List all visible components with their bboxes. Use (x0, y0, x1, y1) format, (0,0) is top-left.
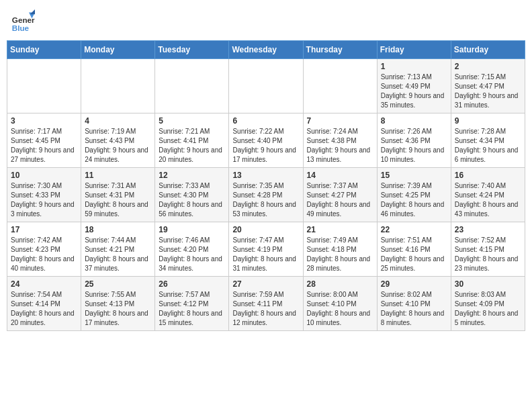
day-info: Sunrise: 7:47 AMSunset: 4:19 PMDaylight:… (232, 236, 299, 273)
day-info: Sunrise: 7:59 AMSunset: 4:11 PMDaylight:… (232, 290, 299, 328)
day-info: Sunrise: 8:00 AMSunset: 4:10 PMDaylight:… (307, 290, 373, 328)
calendar-cell: 19Sunrise: 7:46 AMSunset: 4:20 PMDayligh… (155, 222, 229, 277)
calendar-cell: 8Sunrise: 7:26 AMSunset: 4:36 PMDaylight… (377, 113, 451, 168)
calendar-cell: 21Sunrise: 7:49 AMSunset: 4:18 PMDayligh… (303, 222, 377, 277)
header-friday: Friday (377, 41, 451, 59)
calendar-cell: 17Sunrise: 7:42 AMSunset: 4:23 PMDayligh… (7, 222, 81, 277)
calendar-table: Sunday Monday Tuesday Wednesday Thursday… (7, 40, 525, 331)
day-number: 18 (85, 225, 151, 234)
day-number: 11 (85, 171, 151, 180)
day-info: Sunrise: 8:02 AMSunset: 4:10 PMDaylight:… (381, 290, 447, 328)
day-number: 27 (232, 279, 299, 289)
day-info: Sunrise: 7:26 AMSunset: 4:36 PMDaylight:… (381, 127, 447, 165)
day-info: Sunrise: 7:24 AMSunset: 4:38 PMDaylight:… (307, 127, 373, 165)
day-number: 20 (232, 225, 299, 234)
day-number: 6 (232, 116, 299, 126)
header-saturday: Saturday (451, 41, 525, 59)
day-number: 15 (381, 171, 447, 180)
day-info: Sunrise: 7:28 AMSunset: 4:34 PMDaylight:… (455, 127, 521, 165)
day-number: 10 (11, 171, 77, 180)
calendar-cell: 25Sunrise: 7:55 AMSunset: 4:13 PMDayligh… (81, 277, 155, 331)
page-header: General Blue (7, 7, 525, 36)
calendar-cell: 3Sunrise: 7:17 AMSunset: 4:45 PMDaylight… (7, 113, 81, 168)
day-info: Sunrise: 7:35 AMSunset: 4:28 PMDaylight:… (232, 181, 299, 219)
calendar-cell: 22Sunrise: 7:51 AMSunset: 4:16 PMDayligh… (377, 222, 451, 277)
day-info: Sunrise: 7:15 AMSunset: 4:47 PMDaylight:… (455, 73, 521, 110)
day-info: Sunrise: 7:22 AMSunset: 4:40 PMDaylight:… (232, 127, 299, 165)
day-info: Sunrise: 7:42 AMSunset: 4:23 PMDaylight:… (11, 236, 77, 273)
calendar-cell: 9Sunrise: 7:28 AMSunset: 4:34 PMDaylight… (451, 113, 525, 168)
day-info: Sunrise: 7:31 AMSunset: 4:31 PMDaylight:… (85, 181, 151, 219)
day-number: 13 (232, 171, 299, 180)
calendar-cell: 14Sunrise: 7:37 AMSunset: 4:27 PMDayligh… (303, 168, 377, 222)
calendar-cell: 11Sunrise: 7:31 AMSunset: 4:31 PMDayligh… (81, 168, 155, 222)
calendar-cell (229, 59, 303, 113)
day-info: Sunrise: 7:52 AMSunset: 4:15 PMDaylight:… (455, 236, 521, 273)
calendar-cell (303, 59, 377, 113)
day-number: 3 (11, 116, 77, 126)
day-number: 5 (159, 116, 225, 126)
calendar-cell: 23Sunrise: 7:52 AMSunset: 4:15 PMDayligh… (451, 222, 525, 277)
calendar-cell: 4Sunrise: 7:19 AMSunset: 4:43 PMDaylight… (81, 113, 155, 168)
day-info: Sunrise: 7:21 AMSunset: 4:41 PMDaylight:… (159, 127, 225, 165)
day-info: Sunrise: 7:55 AMSunset: 4:13 PMDaylight:… (85, 290, 151, 328)
calendar-week-5: 24Sunrise: 7:54 AMSunset: 4:14 PMDayligh… (7, 277, 525, 331)
day-info: Sunrise: 7:57 AMSunset: 4:12 PMDaylight:… (159, 290, 225, 328)
calendar-week-3: 10Sunrise: 7:30 AMSunset: 4:33 PMDayligh… (7, 168, 525, 222)
logo: General Blue (11, 9, 38, 34)
day-number: 17 (11, 225, 77, 234)
header-sunday: Sunday (7, 41, 81, 59)
calendar-week-4: 17Sunrise: 7:42 AMSunset: 4:23 PMDayligh… (7, 222, 525, 277)
day-number: 1 (381, 62, 447, 71)
day-info: Sunrise: 7:51 AMSunset: 4:16 PMDaylight:… (381, 236, 447, 273)
day-number: 9 (455, 116, 521, 126)
calendar-cell: 18Sunrise: 7:44 AMSunset: 4:21 PMDayligh… (81, 222, 155, 277)
calendar-cell: 13Sunrise: 7:35 AMSunset: 4:28 PMDayligh… (229, 168, 303, 222)
day-info: Sunrise: 7:33 AMSunset: 4:30 PMDaylight:… (159, 181, 225, 219)
day-number: 12 (159, 171, 225, 180)
calendar-cell (81, 59, 155, 113)
calendar-week-1: 1Sunrise: 7:13 AMSunset: 4:49 PMDaylight… (7, 59, 525, 113)
day-number: 23 (455, 225, 521, 234)
header-row: Sunday Monday Tuesday Wednesday Thursday… (7, 41, 525, 59)
calendar-cell: 24Sunrise: 7:54 AMSunset: 4:14 PMDayligh… (7, 277, 81, 331)
day-info: Sunrise: 7:54 AMSunset: 4:14 PMDaylight:… (11, 290, 77, 328)
day-info: Sunrise: 8:03 AMSunset: 4:09 PMDaylight:… (455, 290, 521, 328)
day-number: 14 (307, 171, 373, 180)
calendar-cell: 20Sunrise: 7:47 AMSunset: 4:19 PMDayligh… (229, 222, 303, 277)
day-number: 19 (159, 225, 225, 234)
day-number: 24 (11, 279, 77, 289)
header-thursday: Thursday (303, 41, 377, 59)
calendar-cell: 12Sunrise: 7:33 AMSunset: 4:30 PMDayligh… (155, 168, 229, 222)
header-monday: Monday (81, 41, 155, 59)
day-number: 4 (85, 116, 151, 126)
day-number: 22 (381, 225, 447, 234)
day-info: Sunrise: 7:44 AMSunset: 4:21 PMDaylight:… (85, 236, 151, 273)
calendar-cell (7, 59, 81, 113)
calendar-body: 1Sunrise: 7:13 AMSunset: 4:49 PMDaylight… (7, 59, 525, 331)
calendar-header: Sunday Monday Tuesday Wednesday Thursday… (7, 41, 525, 59)
calendar-cell: 1Sunrise: 7:13 AMSunset: 4:49 PMDaylight… (377, 59, 451, 113)
calendar-cell: 7Sunrise: 7:24 AMSunset: 4:38 PMDaylight… (303, 113, 377, 168)
logo-icon: General Blue (11, 9, 35, 34)
day-number: 7 (307, 116, 373, 126)
calendar-cell: 6Sunrise: 7:22 AMSunset: 4:40 PMDaylight… (229, 113, 303, 168)
day-info: Sunrise: 7:37 AMSunset: 4:27 PMDaylight:… (307, 181, 373, 219)
header-wednesday: Wednesday (229, 41, 303, 59)
day-info: Sunrise: 7:40 AMSunset: 4:24 PMDaylight:… (455, 181, 521, 219)
day-number: 30 (455, 279, 521, 289)
day-info: Sunrise: 7:13 AMSunset: 4:49 PMDaylight:… (381, 73, 447, 110)
day-number: 26 (159, 279, 225, 289)
day-info: Sunrise: 7:39 AMSunset: 4:25 PMDaylight:… (381, 181, 447, 219)
calendar-cell: 10Sunrise: 7:30 AMSunset: 4:33 PMDayligh… (7, 168, 81, 222)
day-number: 21 (307, 225, 373, 234)
calendar-cell: 5Sunrise: 7:21 AMSunset: 4:41 PMDaylight… (155, 113, 229, 168)
day-number: 28 (307, 279, 373, 289)
calendar-cell: 27Sunrise: 7:59 AMSunset: 4:11 PMDayligh… (229, 277, 303, 331)
day-info: Sunrise: 7:30 AMSunset: 4:33 PMDaylight:… (11, 181, 77, 219)
header-tuesday: Tuesday (155, 41, 229, 59)
day-number: 16 (455, 171, 521, 180)
calendar-cell: 28Sunrise: 8:00 AMSunset: 4:10 PMDayligh… (303, 277, 377, 331)
calendar-cell: 26Sunrise: 7:57 AMSunset: 4:12 PMDayligh… (155, 277, 229, 331)
day-info: Sunrise: 7:49 AMSunset: 4:18 PMDaylight:… (307, 236, 373, 273)
